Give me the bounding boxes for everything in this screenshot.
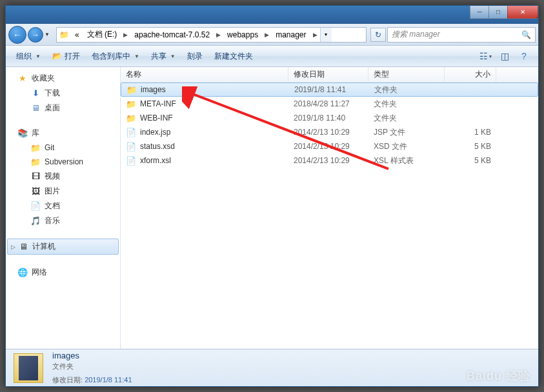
computer-icon: 🖥 [18, 242, 28, 252]
breadcrumb-item[interactable]: apache-tomcat-7.0.52 [130, 28, 214, 42]
favorites-group: ★收藏夹 ⬇下载 🖥桌面 [6, 71, 120, 115]
help-button[interactable]: ? [515, 48, 533, 64]
folder-icon: 📁 [30, 142, 41, 153]
download-icon: ⬇ [30, 88, 41, 99]
file-row[interactable]: 📁META-INF 2018/4/28 11:27 文件夹 [121, 97, 538, 111]
column-header-date[interactable]: 修改日期 [288, 67, 368, 82]
file-row[interactable]: 📄status.xsd 2014/2/13 10:29 XSD 文件 5 KB [121, 139, 538, 153]
address-bar[interactable]: 📁 « 文档 (E:) ▶ apache-tomcat-7.0.52 ▶ web… [56, 27, 367, 43]
breadcrumb-item[interactable]: webapps [223, 28, 262, 42]
minimize-button[interactable]: ─ [470, 6, 489, 19]
sidebar-item-downloads[interactable]: ⬇下载 [6, 86, 120, 101]
file-date: 2014/2/13 10:29 [288, 128, 368, 137]
chevron-down-icon: ▼ [170, 54, 176, 59]
file-row[interactable]: 📁WEB-INF 2019/1/8 11:40 文件夹 [121, 111, 538, 125]
navigation-pane[interactable]: ★收藏夹 ⬇下载 🖥桌面 📚库 📁Git 📁Subversion 🎞视频 🖼图片… [6, 67, 121, 349]
folder-icon: 📁 [57, 28, 71, 42]
music-icon: 🎵 [30, 216, 41, 226]
file-name: WEB-INF [140, 113, 173, 122]
libraries-group: 📚库 📁Git 📁Subversion 🎞视频 🖼图片 📄文档 🎵音乐 [6, 126, 120, 228]
column-header-name[interactable]: 名称 [121, 67, 288, 82]
burn-button[interactable]: 刻录 [182, 48, 208, 64]
file-row[interactable]: 📁images 2019/1/8 11:41 文件夹 [121, 83, 538, 97]
organize-button[interactable]: 组织▼ [11, 48, 46, 64]
sidebar-item-subversion[interactable]: 📁Subversion [6, 155, 120, 169]
sidebar-item-pictures[interactable]: 🖼图片 [6, 184, 120, 199]
libraries-header[interactable]: 📚库 [6, 126, 120, 141]
details-subtitle: 文件夹 [52, 362, 132, 371]
expand-icon: ▷ [11, 244, 15, 250]
maximize-button[interactable]: □ [489, 6, 508, 19]
back-button[interactable]: ← [8, 26, 26, 44]
details-pane: images 文件夹 修改日期: 2019/1/8 11:41 Baidu 经验 [6, 349, 538, 386]
file-type: 文件夹 [368, 99, 445, 110]
file-date: 2018/4/28 11:27 [288, 99, 368, 108]
file-row[interactable]: 📄xform.xsl 2014/2/13 10:29 XSL 样式表 5 KB [121, 153, 538, 168]
breadcrumb-item[interactable]: 文档 (E:) [83, 28, 121, 42]
file-date: 2019/1/8 11:40 [288, 113, 368, 122]
sidebar-item-git[interactable]: 📁Git [6, 141, 120, 155]
file-type: XSL 样式表 [368, 155, 445, 166]
chevron-right-icon[interactable]: ▶ [310, 32, 320, 38]
network-group: 🌐网络 [6, 265, 120, 280]
breadcrumb-prefix[interactable]: « [71, 28, 83, 42]
sidebar-item-computer[interactable]: ▷🖥计算机 [7, 239, 119, 255]
refresh-button[interactable]: ↻ [370, 28, 386, 42]
open-icon: 📂 [52, 52, 62, 61]
file-icon: 📄 [126, 155, 136, 166]
network-icon: 🌐 [17, 268, 28, 278]
open-button[interactable]: 📂打开 [47, 48, 85, 64]
file-icon: 📄 [126, 141, 136, 152]
close-button[interactable]: ✕ [507, 6, 538, 19]
file-type: JSP 文件 [368, 127, 445, 138]
favorites-header[interactable]: ★收藏夹 [6, 71, 120, 86]
file-name: META-INF [140, 99, 176, 108]
sidebar-item-network[interactable]: 🌐网络 [6, 265, 120, 280]
forward-button[interactable]: → [28, 27, 43, 43]
details-meta: 修改日期: 2019/1/8 11:41 [52, 375, 132, 385]
file-row[interactable]: 📄index.jsp 2014/2/13 10:29 JSP 文件 1 KB [121, 125, 538, 139]
folder-icon: 📁 [126, 84, 137, 95]
sidebar-item-documents[interactable]: 📄文档 [6, 199, 120, 213]
toolbar: 组织▼ 📂打开 包含到库中▼ 共享▼ 刻录 新建文件夹 ☷▾ ◫ ? [6, 46, 538, 67]
picture-icon: 🖼 [30, 186, 41, 197]
new-folder-button[interactable]: 新建文件夹 [209, 48, 258, 64]
column-header-size[interactable]: 大小 [445, 67, 496, 82]
file-type: XSD 文件 [368, 141, 445, 152]
main-area: ★收藏夹 ⬇下载 🖥桌面 📚库 📁Git 📁Subversion 🎞视频 🖼图片… [6, 67, 538, 349]
sidebar-item-music[interactable]: 🎵音乐 [6, 213, 120, 228]
chevron-right-icon[interactable]: ▶ [214, 32, 223, 38]
view-options-button[interactable]: ☷▾ [476, 48, 494, 64]
share-button[interactable]: 共享▼ [146, 48, 181, 64]
file-name: status.xsd [140, 142, 175, 151]
column-header-type[interactable]: 类型 [368, 67, 445, 82]
search-input[interactable]: 搜索 manager 🔍 [387, 27, 536, 43]
history-dropdown[interactable]: ▼ [45, 32, 52, 37]
search-placeholder: 搜索 manager [392, 29, 440, 40]
titlebar-drag[interactable] [6, 6, 470, 24]
star-icon: ★ [17, 74, 28, 84]
file-list: 名称 修改日期 类型 大小 📁images 2019/1/8 11:41 文件夹… [121, 67, 538, 349]
file-size: 5 KB [445, 142, 496, 151]
chevron-down-icon: ▾ [489, 54, 492, 59]
file-rows[interactable]: 📁images 2019/1/8 11:41 文件夹 📁META-INF 201… [121, 83, 538, 349]
breadcrumb-item[interactable]: manager [272, 28, 310, 42]
navbar: ← → ▼ 📁 « 文档 (E:) ▶ apache-tomcat-7.0.52… [6, 24, 538, 46]
chevron-right-icon[interactable]: ▶ [121, 32, 130, 38]
preview-pane-button[interactable]: ◫ [496, 48, 514, 64]
search-icon[interactable]: 🔍 [521, 30, 531, 39]
folder-icon: 📁 [126, 99, 136, 109]
address-dropdown[interactable]: ▾ [320, 28, 332, 42]
video-icon: 🎞 [30, 172, 41, 182]
column-headers: 名称 修改日期 类型 大小 [121, 67, 538, 83]
watermark: Baidu 经验 [467, 368, 530, 384]
sidebar-item-desktop[interactable]: 🖥桌面 [6, 101, 120, 115]
titlebar[interactable]: ─ □ ✕ [6, 6, 538, 24]
file-date: 2014/2/13 10:29 [288, 142, 368, 151]
folder-icon: 📁 [126, 113, 136, 123]
file-name: xform.xsl [140, 156, 171, 165]
include-library-button[interactable]: 包含到库中▼ [86, 48, 145, 64]
details-thumbnail [14, 353, 43, 383]
chevron-right-icon[interactable]: ▶ [262, 32, 272, 38]
sidebar-item-videos[interactable]: 🎞视频 [6, 169, 120, 184]
